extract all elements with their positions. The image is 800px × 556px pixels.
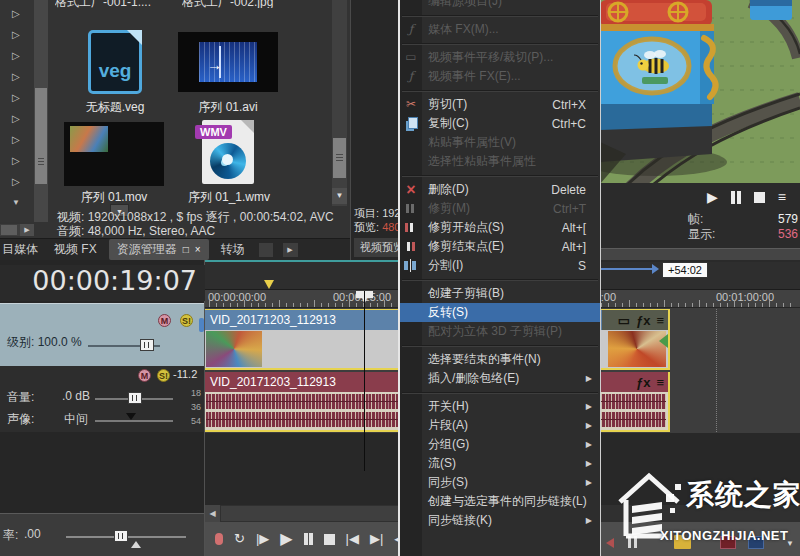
- close-icon[interactable]: ×: [195, 245, 201, 255]
- go-to-end-icon[interactable]: ▶|: [370, 531, 383, 547]
- files-scrollbar-thumb[interactable]: [333, 138, 346, 178]
- pan-crop-icon[interactable]: ▭: [618, 313, 630, 328]
- tree-expand-icon[interactable]: ▷: [12, 154, 34, 168]
- context-menu-item[interactable]: ×删除(D)Delete: [400, 180, 600, 199]
- context-menu-item[interactable]: 同步(S)▶: [400, 473, 600, 492]
- menu-item-label: 开关(H): [422, 398, 586, 415]
- mute-icon[interactable]: M: [158, 314, 171, 327]
- context-menu-item[interactable]: 片段(A)▶: [400, 416, 600, 435]
- video-track-header[interactable]: M S! 级别: 100.0 %: [0, 303, 204, 366]
- playhead-line: [364, 291, 365, 471]
- loop-playback-icon[interactable]: ↻: [234, 531, 245, 547]
- stop-icon[interactable]: [324, 534, 335, 545]
- context-menu-item[interactable]: 创建与选定事件的同步链接(L): [400, 492, 600, 511]
- menu-separator: [400, 11, 600, 20]
- tab-explorer[interactable]: 资源管理器 □ ×: [109, 239, 209, 260]
- video-event-buttons: ▭ƒx≡: [618, 310, 664, 330]
- submenu-arrow-icon: ▶: [586, 440, 594, 449]
- right-arrow-icon[interactable]: ▶: [20, 224, 34, 236]
- fx-icon[interactable]: ƒx: [636, 375, 650, 390]
- pan-slider-track[interactable]: [95, 420, 173, 422]
- preview-stats: 帧:579 显示:536: [688, 212, 798, 242]
- context-menu-item[interactable]: 开关(H)▶: [400, 397, 600, 416]
- play-icon[interactable]: ▶: [280, 531, 292, 547]
- context-menu-item[interactable]: 同步链接(K)▶: [400, 511, 600, 530]
- maximize-icon[interactable]: □: [183, 245, 189, 255]
- timeline-marker-icon[interactable]: [264, 280, 274, 289]
- wmv-file-icon[interactable]: WMV: [202, 120, 254, 184]
- tab-project-media[interactable]: 目媒体: [0, 239, 46, 260]
- tree-scrollbar[interactable]: [34, 0, 48, 222]
- pause-icon[interactable]: [731, 191, 741, 204]
- mute-icon[interactable]: M: [138, 369, 151, 382]
- tab-transitions[interactable]: 转场: [213, 239, 253, 260]
- pause-icon[interactable]: [304, 533, 313, 545]
- context-menu-item[interactable]: 修剪开始点(S)Alt+[: [400, 218, 600, 237]
- tab-video-fx[interactable]: 视频 FX: [46, 239, 105, 260]
- timecode-display[interactable]: 00:00:19:07: [0, 265, 205, 301]
- context-menu-item[interactable]: 分割(I)S: [400, 256, 600, 275]
- context-menu-item[interactable]: 复制(C)Ctrl+C: [400, 114, 600, 133]
- tree-expand-icon[interactable]: ▷: [12, 70, 34, 84]
- folded-corner: [127, 30, 142, 45]
- file-name[interactable]: 序列 01.avi: [175, 99, 281, 116]
- menu-item-label: 同步链接(K): [422, 512, 586, 529]
- files-scrollbar[interactable]: ▼: [332, 0, 347, 206]
- file-name[interactable]: 无标题.veg: [55, 99, 175, 116]
- menu-icon[interactable]: ≡: [656, 375, 664, 390]
- tree-expand-icon[interactable]: ▷: [12, 112, 34, 126]
- rate-slider-handle[interactable]: [114, 530, 128, 542]
- file-name[interactable]: 序列 01_1.wmv: [184, 189, 274, 206]
- ruler-tick: [699, 300, 700, 307]
- tree-expand-icon[interactable]: ▷: [12, 133, 34, 147]
- mov-thumbnail[interactable]: [64, 122, 164, 186]
- context-menu-item[interactable]: ✂剪切(T)Ctrl+X: [400, 95, 600, 114]
- level-slider-handle[interactable]: [140, 339, 154, 351]
- solo-icon[interactable]: S!: [180, 314, 193, 327]
- menu-icon[interactable]: ≡: [778, 189, 786, 205]
- tree-expand-icon[interactable]: ▷: [12, 175, 34, 189]
- record-icon[interactable]: [215, 533, 223, 545]
- no-icon: [400, 397, 422, 416]
- db-scale-value: 54: [183, 416, 201, 426]
- context-menu-item[interactable]: 流(S)▶: [400, 454, 600, 473]
- tree-expand-icon[interactable]: ▷: [12, 91, 34, 105]
- scroll-down-icon[interactable]: ▼: [332, 188, 347, 204]
- audio-track-header[interactable]: M S! -11.2 音量: .0 dB 声像: 中间 183654: [0, 366, 204, 432]
- tree-scrollbar-thumb[interactable]: [35, 88, 47, 184]
- pan-marker-icon[interactable]: [126, 413, 136, 420]
- go-to-start-icon[interactable]: |◀: [346, 531, 359, 547]
- context-menu-item[interactable]: 选择要结束的事件(N): [400, 350, 600, 369]
- context-menu-item[interactable]: 分组(G)▶: [400, 435, 600, 454]
- context-menu-item: 选择性粘贴事件属性: [400, 152, 600, 171]
- tab-overflow-icon[interactable]: ▶: [283, 243, 298, 257]
- folder-tree[interactable]: ▷▷▷▷▷▷▷▷▷▼: [0, 0, 34, 222]
- menu-item-label: 反转(S): [422, 304, 594, 321]
- play-icon[interactable]: ▶: [707, 189, 718, 205]
- context-menu-item[interactable]: 插入/删除包络(E)▶: [400, 369, 600, 388]
- no-icon: [400, 133, 422, 152]
- fx-icon[interactable]: ƒx: [636, 313, 650, 328]
- avi-thumbnail[interactable]: →: [178, 32, 278, 92]
- tree-collapse-icon[interactable]: ▼: [12, 196, 34, 210]
- panel-splitter[interactable]: [600, 248, 800, 260]
- submenu-arrow-icon: ▶: [586, 421, 594, 430]
- solo-icon[interactable]: S!: [157, 369, 170, 382]
- context-menu-item[interactable]: 修剪结束点(E)Alt+]: [400, 237, 600, 256]
- tree-expand-icon[interactable]: ▷: [12, 28, 34, 42]
- tree-expand-icon[interactable]: ▷: [12, 7, 34, 21]
- stop-icon[interactable]: [754, 192, 765, 203]
- play-from-start-icon[interactable]: |▶: [256, 531, 269, 547]
- fade-handle-icon[interactable]: [659, 334, 668, 348]
- context-menu-item[interactable]: 创建子剪辑(B): [400, 284, 600, 303]
- left-arrow-icon[interactable]: ◀: [205, 505, 220, 522]
- volume-slider-handle[interactable]: [128, 392, 142, 404]
- tree-expand-icon[interactable]: ▷: [12, 49, 34, 63]
- menu-icon[interactable]: ≡: [656, 313, 664, 328]
- veg-file-icon[interactable]: veg: [88, 30, 142, 94]
- video-event-name: VID_20171203_112913: [210, 313, 336, 327]
- context-menu-item[interactable]: 反转(S): [400, 303, 600, 322]
- tree-horizontal-scrollbar[interactable]: ▶: [0, 224, 34, 236]
- tab-scroll-button[interactable]: [259, 243, 273, 257]
- tree-hscroll-thumb[interactable]: [1, 225, 17, 235]
